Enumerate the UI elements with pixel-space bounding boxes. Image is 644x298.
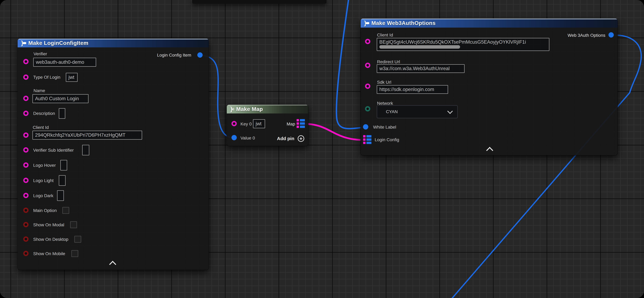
output-pin-label: Web 3Auth Options xyxy=(568,33,605,38)
field-client-id-text: BEglQSgt4cUWcj6SKRdu5QkOXTsePmMcusG5EAoy… xyxy=(379,39,526,45)
node-make-loginconfigitem[interactable]: } Make LoginConfigItem Login Config Item… xyxy=(18,39,209,270)
pin-show-on-desktop[interactable] xyxy=(23,236,28,242)
pin-name[interactable] xyxy=(23,96,28,101)
pin-label-logo-hover: Logo Hover xyxy=(33,163,56,168)
pin-show-on-modal[interactable] xyxy=(23,222,28,227)
output-pin-label-map: Map xyxy=(286,122,295,126)
output-pin-web3auth-options[interactable] xyxy=(608,32,614,38)
dropdown-network[interactable]: CYAN xyxy=(377,105,458,118)
pin-redirect-url[interactable] xyxy=(365,63,370,68)
field-sdk-url[interactable]: https://sdk.openlogin.com xyxy=(377,85,448,94)
pin-label-show-on-modal: Show On Modal xyxy=(33,222,64,228)
node-make-map[interactable]: }≡ Make Map Key 0 jwt Map Value 0 Add pi… xyxy=(227,105,308,146)
checkbox-show-on-mobile[interactable] xyxy=(72,250,78,257)
make-struct-icon-dot xyxy=(23,42,26,44)
pin-label-key-0: Key 0 xyxy=(240,122,252,126)
add-pin-button[interactable]: + xyxy=(298,135,304,142)
pin-main-option[interactable] xyxy=(23,208,28,213)
pin-sdk-url[interactable] xyxy=(365,84,370,89)
pin-label-client-id: Client Id xyxy=(33,125,49,130)
pin-logo-dark[interactable] xyxy=(23,193,28,198)
field-name[interactable]: Auth0 Custom Login xyxy=(32,94,88,103)
field-key-0[interactable]: jwt xyxy=(253,119,265,128)
field-logo-dark[interactable] xyxy=(57,190,64,201)
pin-show-on-mobile[interactable] xyxy=(23,251,28,256)
pin-label-value-0: Value 0 xyxy=(240,136,255,140)
field-logo-light[interactable] xyxy=(59,175,66,186)
pin-label-client-id: Client Id xyxy=(377,32,393,38)
node-header-make-web3authoptions[interactable]: } Make Web3AuthOptions xyxy=(361,18,618,28)
map-output-pin[interactable] xyxy=(296,119,305,128)
pin-type-of-login[interactable] xyxy=(23,74,28,80)
pin-verifier-sub-identifier[interactable] xyxy=(23,147,28,152)
node-header-make-loginconfigitem[interactable]: } Make LoginConfigItem xyxy=(18,39,209,48)
field-client-id-scrollbar[interactable] xyxy=(379,45,460,49)
field-type-of-login[interactable]: jwt xyxy=(66,73,78,82)
pin-value-0[interactable] xyxy=(232,135,237,140)
field-verifier[interactable]: web3auth-auth0-demo xyxy=(33,58,96,67)
pin-logo-hover[interactable] xyxy=(23,162,28,168)
pin-label-redirect-url: Redirect Url xyxy=(377,60,400,64)
pin-label-show-on-desktop: Show On Desktop xyxy=(33,237,68,242)
pin-label-name: Name xyxy=(34,88,45,93)
pin-key-0[interactable] xyxy=(232,121,237,126)
make-map-icon-lines: ≡ xyxy=(232,106,234,112)
checkbox-main-option[interactable] xyxy=(62,207,69,214)
pin-verifier[interactable] xyxy=(23,59,28,64)
pin-label-main-option: Main Option xyxy=(33,208,57,213)
pin-login-config[interactable] xyxy=(363,135,372,144)
pin-label-logo-light: Logo Light xyxy=(33,178,54,183)
field-verifier-sub-identifier[interactable] xyxy=(82,145,89,156)
pin-label-type-of-login: Type Of Login xyxy=(33,75,60,80)
field-logo-hover[interactable] xyxy=(60,160,67,170)
pin-description[interactable] xyxy=(23,111,28,116)
wire-map-to-loginconfig[interactable] xyxy=(306,124,364,140)
pin-label-verifier: Verifier xyxy=(34,52,47,56)
field-client-id[interactable]: BEglQSgt4cUWcj6SKRdu5QkOXTsePmMcusG5EAoy… xyxy=(377,38,550,51)
pin-label-logo-dark: Logo Dark xyxy=(33,193,53,198)
field-client-id[interactable]: 294QRkchfq2YaXUbPri7D6PH7xzHgQMT xyxy=(32,130,142,140)
checkbox-show-on-modal[interactable] xyxy=(70,221,77,228)
chevron-down-icon xyxy=(447,108,453,114)
pin-label-white-label: White Label xyxy=(373,125,396,130)
output-pin-label: Login Config Item xyxy=(157,53,191,58)
node-title: Make Web3AuthOptions xyxy=(372,20,436,26)
pin-logo-light[interactable] xyxy=(23,178,28,183)
pin-label-login-config: Login Config xyxy=(375,137,399,142)
output-pin-login-config-item[interactable] xyxy=(197,52,202,58)
field-redirect-url[interactable]: w3a://com.w3a.Web3AuthUnreal xyxy=(377,64,464,73)
dropdown-network-value: CYAN xyxy=(386,109,398,114)
pin-label-show-on-mobile: Show On Mobile xyxy=(33,251,65,256)
node-title: Make Map xyxy=(236,106,263,112)
node-title: Make LoginConfigItem xyxy=(28,40,88,46)
pin-client-id[interactable] xyxy=(365,39,370,44)
pin-client-id[interactable] xyxy=(23,132,28,138)
node-make-web3authoptions[interactable]: } Make Web3AuthOptions Web 3Auth Options… xyxy=(361,18,618,155)
checkbox-show-on-desktop[interactable] xyxy=(74,236,81,243)
collapse-node-chevron[interactable] xyxy=(486,147,493,154)
pin-white-label[interactable] xyxy=(363,124,368,130)
collapse-node-chevron[interactable] xyxy=(109,261,116,268)
pin-label-verifier-sub-identifier: Verifier Sub Identifier xyxy=(33,148,74,153)
pin-label-sdk-url: Sdk Url xyxy=(377,80,391,85)
screenshot-frame: } Make LoginConfigItem Login Config Item… xyxy=(0,0,644,298)
pin-label-description: Description xyxy=(33,111,55,116)
node-header-make-map[interactable]: }≡ Make Map xyxy=(227,105,308,114)
pin-network[interactable] xyxy=(365,106,370,112)
blueprint-graph-canvas[interactable]: } Make LoginConfigItem Login Config Item… xyxy=(0,0,644,298)
partial-node-top[interactable] xyxy=(192,0,326,4)
field-description[interactable] xyxy=(59,108,65,119)
add-pin-label: Add pin xyxy=(277,136,294,141)
make-struct-icon-dot xyxy=(366,22,369,24)
